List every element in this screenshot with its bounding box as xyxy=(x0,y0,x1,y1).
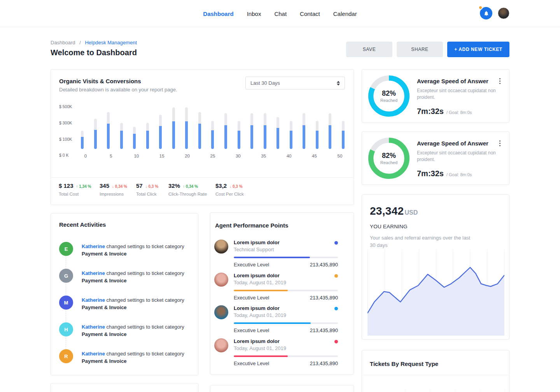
agent-progress-fill xyxy=(234,290,288,291)
nav-item-calendar[interactable]: Calendar xyxy=(333,10,357,17)
share-button[interactable]: SHARE xyxy=(397,42,443,57)
kpi-delta: ↑ 1,34 % xyxy=(76,184,91,189)
speed-card-description: Excepteur sint occaecat cupidatat non pr… xyxy=(417,150,502,163)
page-title: Welcome to Dashboard xyxy=(51,48,137,57)
recent-activities-title: Recent Activities xyxy=(59,221,106,228)
bar-fill xyxy=(329,125,331,149)
activity-avatar: R xyxy=(59,349,73,363)
activity-category: Payment & Invoice xyxy=(82,331,127,337)
agent-name: Lorem ipsum dolor xyxy=(234,273,280,278)
breadcrumb-root[interactable]: Dashboard xyxy=(51,40,75,46)
kpi-label: Click-Through Rate xyxy=(168,192,207,196)
donut-reached-label: Reached xyxy=(380,160,397,165)
bar-fill xyxy=(224,125,227,149)
activity-user-link[interactable]: Katherine xyxy=(82,351,105,357)
notifications-button[interactable] xyxy=(480,7,492,19)
agent-subtitle: Today, August 01, 2019 xyxy=(234,280,286,285)
bar xyxy=(185,107,188,149)
y-axis-tick-label: $ 500K xyxy=(59,104,72,109)
breadcrumb-current[interactable]: Helpdesk Management xyxy=(85,40,137,46)
agent-progress-fill xyxy=(234,322,311,324)
agent-progress-fill xyxy=(234,355,288,357)
nav-item-contact[interactable]: Contact xyxy=(300,10,320,17)
agent-progress-track xyxy=(234,322,338,324)
speed-goal-label: / Goal: 8m:0s xyxy=(446,110,472,115)
x-axis-tick-label: 50 xyxy=(335,154,345,158)
kpi-stat-top: $ 123↑ 1,34 % xyxy=(59,182,91,189)
earnings-amount: 23,342 xyxy=(370,205,404,217)
kpi-stat: 345↓ 0,34 %Impressions xyxy=(100,182,127,196)
activity-user-link[interactable]: Katherine xyxy=(82,324,105,330)
y-axis-tick-label: $ 300K xyxy=(59,121,72,125)
kpi-stat-top: $3,2↓ 0,3 % xyxy=(215,182,244,189)
kpi-value: $3,2 xyxy=(215,182,227,189)
main-nav: DashboardInboxChatContactCalendar xyxy=(0,0,560,27)
x-axis-tick-label: 0 xyxy=(81,154,90,158)
activity-user-link[interactable]: Katherine xyxy=(82,243,105,249)
y-axis-tick-label: $ 0 K xyxy=(59,153,69,158)
kpi-value: 32% xyxy=(168,182,180,189)
x-axis-tick-label: 10 xyxy=(132,154,141,158)
status-dot xyxy=(334,307,338,310)
bar xyxy=(120,123,123,149)
kpi-delta: ↓ 0,3 % xyxy=(229,184,242,189)
kpi-label: Cost Per Click xyxy=(215,192,244,196)
x-axis-tick-label: 30 xyxy=(233,154,243,158)
kebab-menu-icon[interactable] xyxy=(499,140,501,147)
agent-points: 213,435,890 xyxy=(310,295,338,301)
agent-points: 213,435,890 xyxy=(310,360,338,366)
organic-visits-card: Organic Visits & Conversions Detailed br… xyxy=(51,69,354,205)
agent-avatar xyxy=(214,273,228,287)
organic-card-subtitle: Detailed breakdown is available on your … xyxy=(59,87,177,93)
activity-category: Payment & Invoice xyxy=(82,358,127,364)
donut-percent: 82% xyxy=(382,89,396,98)
activity-user-link[interactable]: Katherine xyxy=(82,270,105,276)
divider xyxy=(51,177,354,178)
kpi-label: Impressions xyxy=(100,192,127,196)
agent-level-label: Executive Level xyxy=(234,327,269,333)
donut-reached-label: Reached xyxy=(380,98,397,103)
activity-category: Payment & Invoice xyxy=(82,251,127,257)
bar-fill xyxy=(290,131,292,149)
bar xyxy=(107,112,110,149)
bar xyxy=(329,113,331,149)
agent-level-label: Executive Level xyxy=(234,360,269,366)
agent-avatar xyxy=(214,305,228,319)
x-axis-tick-label: 35 xyxy=(259,154,268,158)
bar xyxy=(276,117,279,149)
app-header: DashboardInboxChatContactCalendar xyxy=(0,0,560,27)
status-dot xyxy=(334,340,338,343)
add-new-ticket-button[interactable]: + ADD NEW TICKET xyxy=(447,42,509,57)
activity-avatar: H xyxy=(59,322,73,336)
agent-level-label: Executive Level xyxy=(234,262,269,268)
nav-item-chat[interactable]: Chat xyxy=(274,10,287,17)
speed-time-value: 7m:32s xyxy=(417,107,444,116)
y-axis-tick-label: $ 100K xyxy=(59,137,72,142)
date-range-select[interactable]: Last 30 Days xyxy=(245,77,345,89)
bar-fill xyxy=(185,121,188,149)
user-avatar[interactable] xyxy=(498,7,509,19)
x-axis-tick-label: 20 xyxy=(183,154,192,158)
kpi-stat-top: 32%↑ 0,34 % xyxy=(168,182,207,189)
agent-level-label: Executive Level xyxy=(234,295,269,301)
activity-user-link[interactable]: Katherine xyxy=(82,297,105,303)
bar xyxy=(159,115,162,149)
agent-progress-track xyxy=(234,290,338,291)
bar-fill xyxy=(303,125,305,149)
x-axis-tick-label: 15 xyxy=(157,154,166,158)
activity-row: MKatherine changed settings to ticket ca… xyxy=(59,296,191,311)
x-axis-tick-label: 45 xyxy=(310,154,319,158)
earnings-label: YOU EARNING xyxy=(370,224,408,229)
earnings-line xyxy=(368,249,504,336)
save-button[interactable]: SAVE xyxy=(346,42,392,57)
breadcrumb-separator: / xyxy=(79,40,81,46)
agent-subtitle: Today, August 01, 2019 xyxy=(234,312,286,318)
earnings-currency: USD xyxy=(404,209,418,216)
activity-row: EKatherine changed settings to ticket ca… xyxy=(59,242,191,257)
kpi-stat: 57↓ 0,3 %Total Click xyxy=(136,182,158,196)
recent-activities-card: Recent Activities EKatherine changed set… xyxy=(51,213,198,375)
kpi-stat-top: 345↓ 0,34 % xyxy=(100,182,127,189)
nav-item-dashboard[interactable]: Dashboard xyxy=(203,10,233,17)
nav-item-inbox[interactable]: Inbox xyxy=(247,10,261,17)
kebab-menu-icon[interactable] xyxy=(499,77,501,85)
